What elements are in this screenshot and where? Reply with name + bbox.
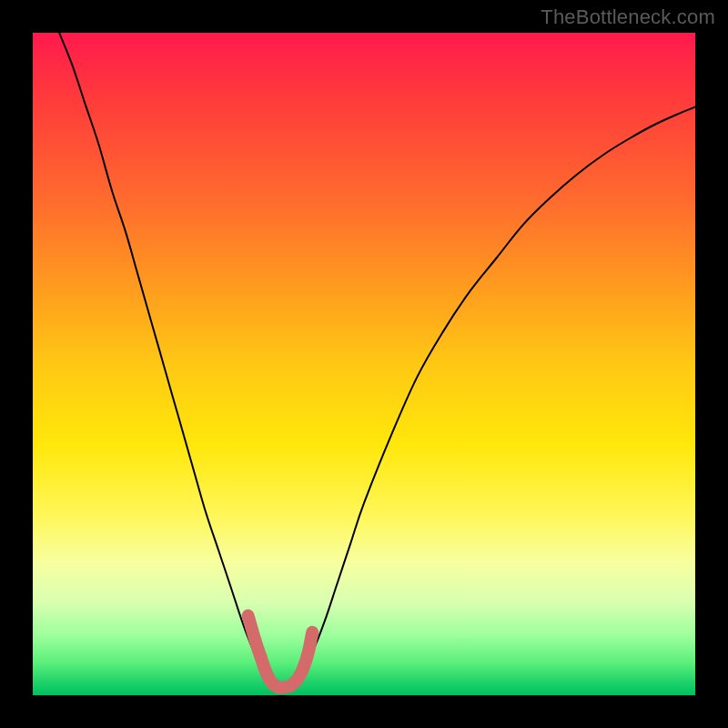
plot-area [33,33,695,695]
watermark-text: TheBottleneck.com [541,5,715,29]
chart-frame: TheBottleneck.com [0,0,728,728]
pink-u-marker [248,616,313,688]
curve-svg [33,33,695,695]
bottleneck-curve [59,33,695,692]
